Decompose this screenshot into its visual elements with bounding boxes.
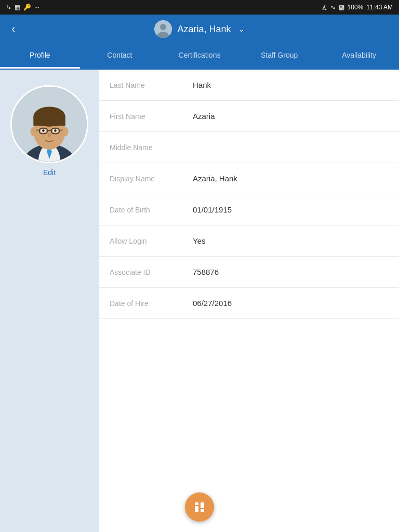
image-icon: ▦	[15, 4, 20, 11]
svg-rect-23	[195, 502, 198, 505]
field-label-date-of-hire: Date of Hire	[110, 299, 193, 308]
field-value-date-of-hire: 06/27/2016	[193, 299, 389, 308]
field-label-middle-name: Middle Name	[110, 143, 193, 152]
svg-point-20	[48, 133, 51, 137]
table-row: Allow Login Yes	[99, 225, 399, 257]
header-person-name: Azaria, Hank	[177, 24, 231, 35]
svg-rect-25	[201, 502, 204, 508]
table-row: Date of Birth 01/01/1915	[99, 194, 399, 225]
tabs-bar: Profile Contact Certifications Staff Gro…	[0, 44, 399, 70]
main-content: Edit Last Name Hank First Name Azaria Mi…	[0, 70, 399, 532]
avatar	[10, 85, 88, 163]
tab-profile[interactable]: Profile	[0, 44, 80, 69]
svg-point-14	[54, 129, 57, 132]
status-right-icons: ∡ ∿ ▩ 100% 11:43 AM	[322, 4, 393, 11]
field-label-associate-id: Associate ID	[110, 268, 193, 276]
field-label-allow-login: Allow Login	[110, 237, 193, 245]
header: ‹ Azaria, Hank ⌄	[0, 15, 399, 44]
key-icon: 🔑	[23, 4, 31, 11]
table-row: Associate ID 758876	[99, 257, 399, 288]
svg-point-22	[62, 127, 69, 136]
more-icon: ···	[34, 4, 39, 11]
field-value-dob: 01/01/1915	[193, 205, 389, 214]
tab-availability[interactable]: Availability	[319, 44, 399, 69]
field-value-display-name: Azaria, Hank	[193, 174, 389, 183]
chevron-down-icon[interactable]: ⌄	[238, 25, 245, 33]
back-button[interactable]: ‹	[7, 20, 19, 38]
edit-link[interactable]: Edit	[43, 168, 56, 177]
table-row: Last Name Hank	[99, 70, 399, 101]
bluetooth-icon: ↳	[6, 4, 11, 11]
tab-staff-group[interactable]: Staff Group	[240, 44, 320, 69]
signal-icon: ▩	[339, 4, 344, 11]
status-left-icons: ↳ ▦ 🔑 ···	[6, 4, 39, 11]
table-row: Display Name Azaria, Hank	[99, 163, 399, 194]
field-label-first-name: First Name	[110, 112, 193, 121]
battery-text: 100%	[348, 4, 364, 11]
table-row: Date of Hire 06/27/2016	[99, 288, 399, 319]
table-row: Middle Name	[99, 132, 399, 163]
field-label-last-name: Last Name	[110, 81, 193, 89]
profile-sidebar: Edit	[0, 70, 99, 532]
header-avatar	[154, 20, 172, 38]
svg-point-21	[31, 127, 37, 136]
field-label-dob: Date of Birth	[110, 206, 193, 214]
table-row: First Name Azaria	[99, 101, 399, 132]
field-value-allow-login: Yes	[193, 236, 389, 245]
tab-certifications[interactable]: Certifications	[159, 44, 240, 69]
svg-rect-24	[195, 506, 198, 512]
field-label-display-name: Display Name	[110, 175, 193, 183]
svg-point-13	[42, 129, 45, 132]
svg-point-1	[160, 24, 166, 30]
bluetooth-status-icon: ∡	[322, 4, 327, 11]
tab-contact[interactable]: Contact	[80, 44, 160, 69]
status-bar: ↳ ▦ 🔑 ··· ∡ ∿ ▩ 100% 11:43 AM	[0, 0, 399, 15]
time-text: 11:43 AM	[366, 4, 393, 11]
header-title: Azaria, Hank ⌄	[154, 20, 244, 38]
svg-rect-26	[201, 509, 204, 512]
wifi-icon: ∿	[330, 4, 336, 11]
field-value-associate-id: 758876	[193, 268, 389, 276]
field-value-first-name: Azaria	[193, 112, 389, 121]
profile-fields: Last Name Hank First Name Azaria Middle …	[99, 70, 399, 532]
field-value-last-name: Hank	[193, 81, 389, 89]
fab-button[interactable]	[185, 493, 214, 522]
svg-rect-10	[33, 117, 65, 126]
